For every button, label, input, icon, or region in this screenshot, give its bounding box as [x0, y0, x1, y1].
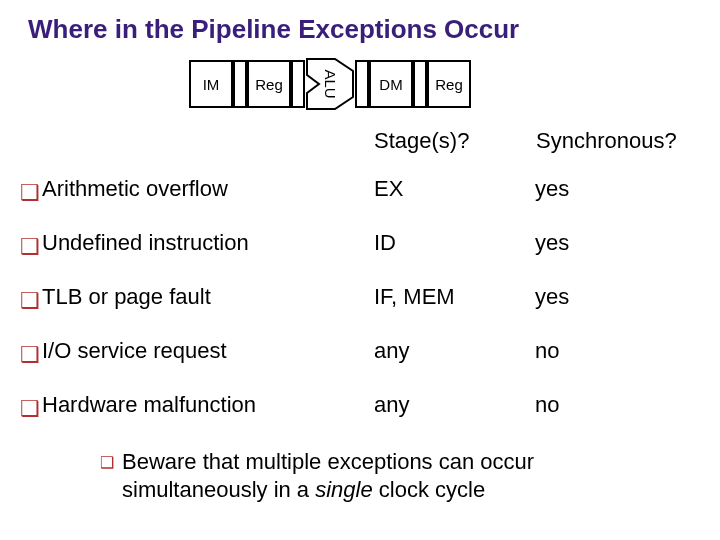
bullet-icon: ❑ [20, 164, 42, 218]
exceptions-table: Stage(s)? Synchronous? ❑Arithmetic overf… [0, 127, 720, 434]
exception-name: I/O service request [42, 326, 374, 380]
table-row: ❑TLB or page faultIF, MEMyes [20, 272, 700, 326]
exception-stage: IF, MEM [374, 272, 535, 326]
exception-sync: no [535, 326, 700, 380]
exception-sync: no [535, 380, 700, 434]
table-row: ❑Undefined instructionIDyes [20, 218, 700, 272]
bullet-icon: ❑ [20, 380, 42, 434]
bullet-icon: ❑ [100, 453, 114, 473]
table-row: ❑Hardware malfunctionanyno [20, 380, 700, 434]
exception-name: Arithmetic overflow [42, 164, 374, 218]
exception-stage: any [374, 326, 535, 380]
exception-sync: yes [535, 272, 700, 326]
header-sync: Synchronous? [535, 127, 700, 164]
stage-alu: ALU [305, 57, 355, 111]
exception-name: TLB or page fault [42, 272, 374, 326]
note-text-italic: single [315, 477, 372, 502]
header-stage: Stage(s)? [374, 127, 535, 164]
exception-stage: any [374, 380, 535, 434]
alu-label: ALU [322, 69, 339, 98]
stage-reg-2: Reg [427, 60, 471, 108]
bullet-icon: ❑ [20, 272, 42, 326]
bullet-icon: ❑ [20, 218, 42, 272]
latch-icon [413, 60, 427, 108]
exception-name: Undefined instruction [42, 218, 374, 272]
footnote: ❑ Beware that multiple exceptions can oc… [0, 434, 720, 503]
exception-name: Hardware malfunction [42, 380, 374, 434]
stage-dm: DM [369, 60, 413, 108]
table-row: ❑I/O service requestanyno [20, 326, 700, 380]
stage-reg-1: Reg [247, 60, 291, 108]
pipeline-diagram: IM Reg ALU DM Reg [0, 57, 720, 111]
bullet-icon: ❑ [20, 326, 42, 380]
slide-title: Where in the Pipeline Exceptions Occur [0, 0, 720, 53]
stage-im: IM [189, 60, 233, 108]
exception-stage: ID [374, 218, 535, 272]
latch-icon [291, 60, 305, 108]
latch-icon [355, 60, 369, 108]
exception-sync: yes [535, 218, 700, 272]
latch-icon [233, 60, 247, 108]
exception-sync: yes [535, 164, 700, 218]
table-row: ❑Arithmetic overflowEXyes [20, 164, 700, 218]
note-text-post: clock cycle [373, 477, 485, 502]
exception-stage: EX [374, 164, 535, 218]
